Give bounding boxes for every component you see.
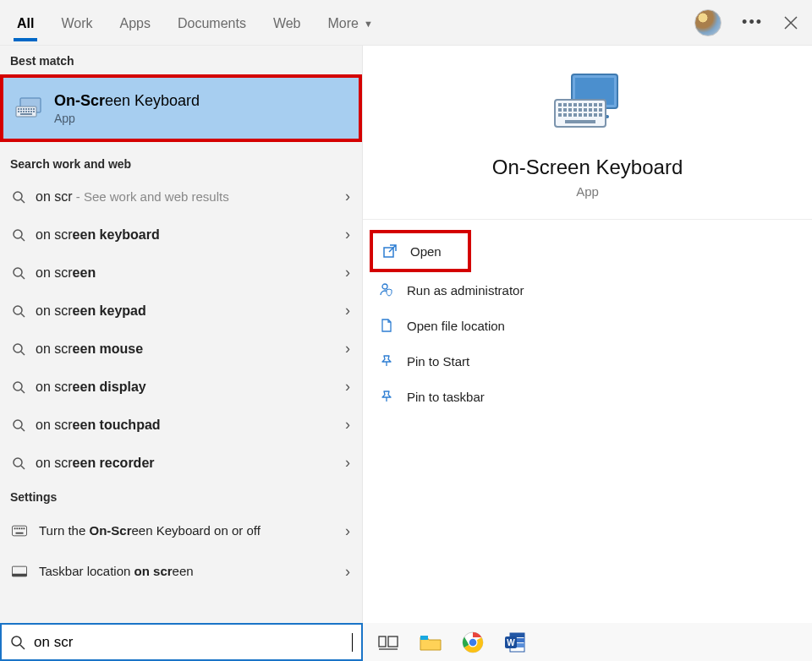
svg-line-28 <box>21 390 25 393</box>
svg-rect-49 <box>568 103 572 107</box>
suggestion-text: on screen display <box>36 380 335 395</box>
svg-line-30 <box>21 428 25 431</box>
svg-line-18 <box>21 199 25 203</box>
open-icon <box>381 243 398 259</box>
svg-rect-71 <box>589 113 592 117</box>
settings-text: Taskbar location on screen <box>39 564 333 580</box>
best-match-result[interactable]: On-Screen Keyboard App <box>0 74 362 142</box>
action-pin-taskbar[interactable]: Pin to taskbar <box>370 379 805 414</box>
action-run-admin-label: Run as administrator <box>407 283 524 298</box>
svg-rect-10 <box>20 111 22 112</box>
chevron-right-icon: › <box>345 302 350 320</box>
action-file-location-label: Open file location <box>407 319 505 333</box>
suggestion-row[interactable]: on screen touchpad › <box>0 406 362 444</box>
suggestion-text: on screen recorder <box>36 456 335 471</box>
tab-apps[interactable]: Apps <box>117 4 154 41</box>
svg-rect-15 <box>33 111 35 112</box>
svg-rect-13 <box>28 111 30 112</box>
chrome-icon[interactable] <box>459 629 486 656</box>
tab-work[interactable]: Work <box>58 4 96 41</box>
svg-rect-35 <box>16 527 18 529</box>
action-open[interactable]: Open <box>373 233 468 269</box>
svg-rect-48 <box>563 103 567 107</box>
svg-rect-54 <box>594 103 597 107</box>
more-options-icon[interactable]: ••• <box>742 14 763 31</box>
svg-rect-68 <box>573 113 577 117</box>
bottom-bar: W <box>0 623 812 661</box>
best-match-subtitle: App <box>54 112 200 125</box>
suggestion-row[interactable]: on scr - See work and web results › <box>0 178 362 216</box>
action-run-admin[interactable]: Run as administrator <box>370 272 805 308</box>
action-open-label: Open <box>410 244 442 259</box>
svg-rect-6 <box>28 108 30 110</box>
svg-rect-12 <box>25 111 27 112</box>
svg-line-20 <box>21 238 25 241</box>
svg-rect-51 <box>579 103 582 107</box>
results-pane: Best match On-Screen Keyboard App Searc <box>0 46 363 623</box>
search-icon <box>12 418 25 432</box>
svg-rect-60 <box>579 108 582 112</box>
chevron-right-icon: › <box>345 454 350 472</box>
action-pin-start-label: Pin to Start <box>407 354 469 369</box>
action-file-location[interactable]: Open file location <box>370 308 805 343</box>
svg-rect-64 <box>599 108 602 112</box>
detail-title: On-Screen Keyboard <box>380 156 795 179</box>
suggestion-row[interactable]: on screen keypad › <box>0 292 362 330</box>
action-pin-start[interactable]: Pin to Start <box>370 343 805 379</box>
svg-rect-37 <box>21 527 23 529</box>
svg-rect-80 <box>388 636 398 647</box>
chevron-right-icon: › <box>345 340 350 358</box>
svg-point-31 <box>14 458 22 467</box>
word-icon[interactable]: W <box>502 629 529 656</box>
suggestion-row[interactable]: on screen display › <box>0 368 362 406</box>
svg-rect-55 <box>599 103 602 107</box>
svg-rect-70 <box>584 113 587 117</box>
tab-more[interactable]: More ▼ <box>325 4 376 41</box>
search-icon <box>12 190 25 204</box>
taskbar-area: W <box>363 623 812 661</box>
search-box[interactable] <box>0 623 363 661</box>
svg-rect-67 <box>568 113 572 117</box>
suggestion-row[interactable]: on screen › <box>0 254 362 292</box>
svg-rect-34 <box>14 527 16 529</box>
search-icon <box>12 304 25 318</box>
user-avatar[interactable] <box>694 9 721 36</box>
text-caret <box>352 633 353 652</box>
svg-rect-3 <box>20 108 22 110</box>
search-icon <box>12 342 25 356</box>
suggestion-row[interactable]: on screen keyboard › <box>0 216 362 254</box>
svg-rect-56 <box>558 108 562 112</box>
settings-result-row[interactable]: Turn the On-Screen Keyboard on or off › <box>0 511 362 551</box>
tab-documents[interactable]: Documents <box>174 4 250 41</box>
suggestion-text: on screen keypad <box>36 303 335 319</box>
svg-rect-79 <box>379 636 386 647</box>
taskbar-icon <box>12 565 27 577</box>
close-icon[interactable] <box>783 15 798 30</box>
detail-pane: On-Screen Keyboard App Open Run as admin… <box>363 46 812 623</box>
tab-web[interactable]: Web <box>270 4 304 41</box>
section-best-match: Best match <box>0 46 362 74</box>
suggestion-row[interactable]: on screen recorder › <box>0 444 362 482</box>
search-icon <box>12 228 25 242</box>
chevron-right-icon: › <box>345 226 350 243</box>
chevron-right-icon: › <box>345 416 350 434</box>
tab-all[interactable]: All <box>14 4 37 41</box>
settings-result-row[interactable]: Taskbar location on screen › <box>0 551 362 592</box>
task-view-icon[interactable] <box>375 629 402 656</box>
suggestion-text: on screen touchpad <box>36 418 335 433</box>
svg-rect-61 <box>584 108 587 112</box>
svg-point-17 <box>14 192 22 200</box>
suggestion-row[interactable]: on screen mouse › <box>0 330 362 368</box>
svg-rect-8 <box>33 108 35 110</box>
suggestion-text: on scr - See work and web results <box>36 189 335 205</box>
svg-rect-69 <box>579 113 582 117</box>
search-input[interactable] <box>32 633 345 652</box>
svg-rect-72 <box>594 113 597 117</box>
svg-rect-4 <box>23 108 25 110</box>
action-pin-taskbar-label: Pin to taskbar <box>407 390 485 404</box>
svg-rect-41 <box>12 574 26 576</box>
file-explorer-icon[interactable] <box>417 629 444 656</box>
shield-user-icon <box>378 282 395 298</box>
svg-line-22 <box>21 276 25 279</box>
chevron-right-icon: › <box>345 563 350 581</box>
